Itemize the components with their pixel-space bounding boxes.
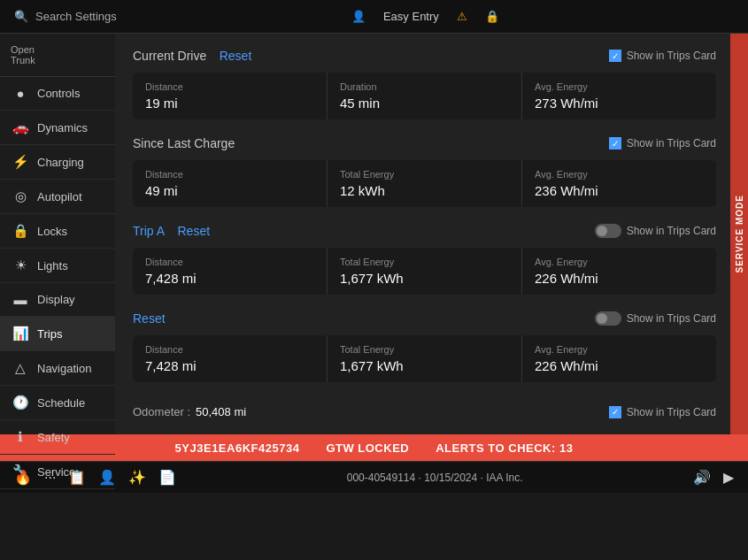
top-bar-center: 👤 Easy Entry ⚠ 🔒 [351, 10, 499, 23]
since-last-charge-checkbox[interactable]: ✓ [609, 137, 621, 150]
trip-a-reset[interactable]: Reset [178, 224, 211, 238]
trip-b-show-trips[interactable]: Show in Trips Card [595, 311, 716, 326]
search-icon: 🔍 [14, 10, 28, 23]
lights-label: Lights [37, 259, 68, 272]
sidebar-item-charging[interactable]: ⚡ Charging [0, 145, 115, 180]
dynamics-icon: 🚗 [12, 119, 28, 135]
sidebar-item-lights[interactable]: ☀ Lights [0, 249, 115, 283]
sidebar-item-controls[interactable]: ● Controls [0, 77, 115, 111]
current-drive-show-trips-label: Show in Trips Card [627, 50, 716, 62]
controls-label: Controls [37, 87, 80, 100]
current-drive-duration-label: Duration [340, 81, 509, 92]
dynamics-label: Dynamics [37, 121, 88, 134]
service-mode-badge: SERVICE MODE [730, 34, 748, 434]
trip-b-energy-label: Total Energy [340, 344, 509, 355]
current-drive-title: Current Drive [133, 49, 206, 63]
trip-b-energy-value: 1,677 kWh [340, 358, 509, 373]
trip-b-title-group: Reset [133, 311, 166, 326]
sidebar-item-display[interactable]: ▬ Display [0, 283, 115, 317]
warning-icon: ⚠ [457, 10, 467, 23]
trip-a-distance-label: Distance [145, 257, 314, 267]
since-last-charge-energy-value: 12 kWh [340, 183, 509, 198]
person-icon: 👤 [351, 10, 366, 23]
trip-b-avg-energy-label: Avg. Energy [535, 344, 704, 355]
current-drive-distance: Distance 19 mi [133, 73, 328, 119]
schedule-icon: 🕐 [12, 395, 28, 410]
sidebar-item-dynamics[interactable]: 🚗 Dynamics [0, 111, 115, 145]
trip-a-toggle-knob [597, 226, 607, 236]
since-last-charge-avg-energy-value: 236 Wh/mi [535, 183, 704, 198]
trip-a-title-group: Trip A Reset [133, 223, 210, 239]
top-icon-extra: 🔒 [485, 10, 499, 23]
alerts-text: ALERTS TO CHECK: 13 [436, 441, 573, 455]
taskbar-more-icon[interactable]: ··· [44, 470, 56, 486]
section-trip-a-header: Trip A Reset Show in Trips Card [133, 223, 716, 239]
trip-a-avg-energy-value: 226 Wh/mi [535, 271, 704, 286]
current-drive-distance-label: Distance [145, 81, 314, 92]
trip-a-energy: Total Energy 1,677 kWh [328, 248, 522, 295]
section-trip-a: Trip A Reset Show in Trips Card Distance… [133, 223, 716, 295]
since-last-charge-distance-value: 49 mi [145, 183, 314, 198]
service-mode-text: SERVICE MODE [735, 195, 744, 273]
sidebar-item-trips[interactable]: 📊 Trips [0, 317, 115, 351]
trip-b-toggle-knob [597, 313, 607, 324]
current-drive-checkbox[interactable]: ✓ [609, 50, 621, 62]
taskbar-person-icon[interactable]: 👤 [98, 469, 116, 486]
trip-a-stats: Distance 7,428 mi Total Energy 1,677 kWh… [133, 248, 716, 295]
current-drive-title-group: Current Drive Reset [133, 48, 251, 64]
easy-entry-label: Easy Entry [383, 10, 439, 23]
sidebar-item-navigation[interactable]: △ Navigation [0, 351, 115, 386]
since-last-charge-energy: Total Energy 12 kWh [328, 160, 522, 207]
taskbar-play-icon[interactable]: ▶ [723, 469, 734, 486]
trip-a-toggle[interactable] [595, 224, 621, 238]
since-last-charge-title-group: Since Last Charge [133, 135, 235, 151]
trip-a-energy-value: 1,677 kWh [340, 271, 509, 286]
sidebar-item-autopilot[interactable]: ◎ Autopilot [0, 180, 115, 214]
open-label: Open [11, 44, 104, 55]
open-trunk-button[interactable]: Open Trunk [0, 34, 115, 77]
controls-icon: ● [12, 86, 28, 101]
current-drive-reset[interactable]: Reset [220, 49, 252, 63]
taskbar-info: 000-40549114 · 10/15/2024 · IAA Inc. [347, 472, 523, 484]
trip-b-show-trips-label: Show in Trips Card [627, 312, 716, 325]
odometer-show-trips[interactable]: ✓ Show in Trips Card [609, 406, 716, 418]
section-trip-b: Reset Show in Trips Card Distance 7,428 … [133, 311, 716, 382]
vin-text: 5YJ3E1EA6KF425734 [175, 441, 300, 455]
current-drive-show-trips[interactable]: ✓ Show in Trips Card [609, 50, 716, 62]
sidebar-item-locks[interactable]: 🔒 Locks [0, 214, 115, 249]
taskbar-right: 🔊 ▶ [693, 469, 734, 486]
trip-b-distance-label: Distance [145, 344, 314, 355]
sidebar-item-safety[interactable]: ℹ Safety [0, 420, 115, 455]
taskbar-star-icon[interactable]: ✨ [128, 469, 146, 486]
odometer-value: 50,408 mi [196, 405, 246, 418]
taskbar-clipboard-icon[interactable]: 📋 [68, 469, 86, 486]
charging-icon: ⚡ [12, 154, 28, 170]
trip-b-avg-energy: Avg. Energy 226 Wh/mi [522, 335, 716, 382]
since-last-charge-avg-energy: Avg. Energy 236 Wh/mi [522, 160, 716, 207]
trip-b-distance: Distance 7,428 mi [133, 335, 328, 382]
since-last-charge-title: Since Last Charge [133, 136, 235, 150]
trip-a-show-trips-label: Show in Trips Card [627, 225, 716, 237]
sidebar-item-schedule[interactable]: 🕐 Schedule [0, 386, 115, 420]
taskbar-volume-icon[interactable]: 🔊 [693, 469, 711, 486]
taskbar-fire-icon[interactable]: 🔥 [14, 469, 32, 486]
since-last-charge-show-trips[interactable]: ✓ Show in Trips Card [609, 137, 716, 150]
odometer-checkbox[interactable]: ✓ [609, 406, 621, 418]
trip-b-toggle[interactable] [595, 311, 621, 326]
trip-b-reset[interactable]: Reset [133, 311, 166, 326]
current-drive-avg-energy: Avg. Energy 273 Wh/mi [522, 73, 716, 119]
safety-icon: ℹ [12, 429, 28, 445]
lights-icon: ☀ [12, 257, 28, 273]
trip-b-stats: Distance 7,428 mi Total Energy 1,677 kWh… [133, 335, 716, 382]
autopilot-icon: ◎ [12, 188, 28, 204]
taskbar-file-icon[interactable]: 📄 [158, 469, 176, 486]
since-last-charge-show-trips-label: Show in Trips Card [627, 137, 716, 150]
navigation-icon: △ [12, 360, 28, 376]
trip-a-show-trips[interactable]: Show in Trips Card [595, 224, 716, 238]
current-drive-avg-energy-value: 273 Wh/mi [535, 96, 704, 111]
top-bar-left: 🔍 Search Settings [14, 10, 117, 23]
current-drive-stats: Distance 19 mi Duration 45 min Avg. Ener… [133, 73, 716, 119]
trip-a-avg-energy-label: Avg. Energy [535, 257, 704, 267]
search-placeholder[interactable]: Search Settings [35, 10, 117, 23]
display-icon: ▬ [12, 292, 28, 307]
